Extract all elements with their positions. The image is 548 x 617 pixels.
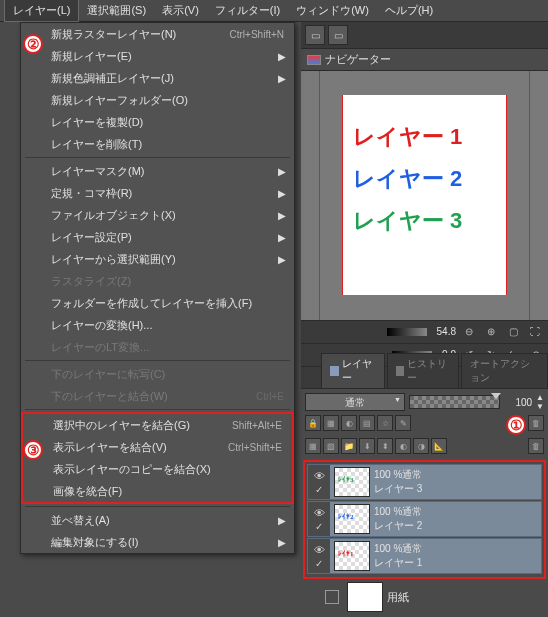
layer-row-1[interactable]: 👁✓ ﾚｲﾔ1 100 %通常レイヤー 1 (307, 538, 542, 574)
canvas-text-1: レイヤー 1 (353, 122, 496, 152)
menu-lt-convert: レイヤーのLT変換... (21, 336, 294, 358)
menu-merge-visible[interactable]: 表示レイヤーを結合(V)Ctrl+Shift+E (23, 436, 292, 458)
menu-selection-from-layer[interactable]: レイヤーから選択範囲(Y)▶ (21, 248, 294, 270)
layer-tab-icon (330, 366, 339, 376)
canvas-text-2: レイヤー 2 (353, 164, 496, 194)
menu-layer-mask[interactable]: レイヤーマスク(M)▶ (21, 160, 294, 182)
menu-file-object[interactable]: ファイルオブジェクト(X)▶ (21, 204, 294, 226)
layer-row-3[interactable]: 👁✓ ﾚｲﾔ3 100 %通常レイヤー 3 (307, 464, 542, 500)
menu-new-correction-layer[interactable]: 新規色調補正レイヤー(J)▶ (21, 67, 294, 89)
layer-dropdown: 新規ラスターレイヤー(N)Ctrl+Shift+N 新規レイヤー(E)▶ 新規色… (20, 22, 295, 554)
navigator-canvas[interactable]: レイヤー 1 レイヤー 2 レイヤー 3 (342, 95, 507, 295)
mask-apply-icon[interactable]: ◑ (413, 438, 429, 454)
layer-thumbnail[interactable]: ﾚｲﾔ3 (334, 467, 370, 497)
menu-arrange[interactable]: 並べ替え(A)▶ (21, 509, 294, 531)
submenu-arrow-icon: ▶ (278, 515, 286, 526)
trash-icon[interactable]: 🗑 (528, 415, 544, 431)
mask-icon[interactable]: ◐ (341, 415, 357, 431)
menu-layer-settings[interactable]: レイヤー設定(P)▶ (21, 226, 294, 248)
layer-thumbnail[interactable]: ﾚｲﾔ2 (334, 504, 370, 534)
blend-mode-select[interactable]: 通常 (305, 393, 405, 411)
tab-layer[interactable]: レイヤー (321, 353, 385, 388)
paper-thumbnail[interactable] (347, 582, 383, 612)
new-folder-icon[interactable]: 📁 (341, 438, 357, 454)
layer-list-highlight: 👁✓ ﾚｲﾔ3 100 %通常レイヤー 3 👁✓ ﾚｲﾔ2 100 %通常レイヤ… (303, 460, 546, 579)
annotation-2: ② (23, 34, 43, 54)
transfer-icon[interactable]: ⬇ (359, 438, 375, 454)
menu-convert-layer[interactable]: レイヤーの変換(H)... (21, 314, 294, 336)
ruler-icon[interactable]: 📐 (431, 438, 447, 454)
guide-line (319, 71, 320, 320)
zoom-value: 54.8 (437, 326, 456, 337)
zoom-in-icon[interactable]: ⊕ (482, 323, 500, 341)
reference-icon[interactable]: ☆ (377, 415, 393, 431)
menu-merge-selected[interactable]: 選択中のレイヤーを結合(G)Shift+Alt+E (23, 414, 292, 436)
history-tab-icon (396, 366, 405, 376)
tab-autoaction[interactable]: オートアクション (461, 353, 548, 388)
fit-all-icon[interactable]: ⛶ (526, 323, 544, 341)
layer-panel-tabs: レイヤー ヒストリー オートアクション (301, 366, 548, 388)
menu-set-edit-target[interactable]: 編集対象にする(I)▶ (21, 531, 294, 553)
clip-icon[interactable]: ▤ (359, 415, 375, 431)
layer-info: 100 %通常レイヤー 1 (374, 542, 541, 570)
menu-layer[interactable]: レイヤー(L) (4, 0, 79, 22)
check-icon[interactable]: ✓ (315, 484, 323, 495)
canvas-text-3: レイヤー 3 (353, 206, 496, 236)
menu-merge-down: 下のレイヤーと結合(W)Ctrl+E (21, 385, 294, 407)
fit-icon[interactable]: ▢ (504, 323, 522, 341)
menu-view[interactable]: 表示(V) (154, 0, 207, 21)
tab-history[interactable]: ヒストリー (387, 353, 459, 388)
eye-icon[interactable]: 👁 (314, 544, 325, 556)
menu-help[interactable]: ヘルプ(H) (377, 0, 441, 21)
menu-selection[interactable]: 選択範囲(S) (79, 0, 154, 21)
tool-button[interactable]: ▭ (305, 25, 325, 45)
menu-separator (25, 157, 290, 158)
lock-icon[interactable]: 🔒 (305, 415, 321, 431)
menu-filter[interactable]: フィルター(I) (207, 0, 288, 21)
delete-layer-icon[interactable]: 🗑 (528, 438, 544, 454)
menu-delete-layer[interactable]: レイヤーを削除(T) (21, 133, 294, 155)
navigator-tab[interactable]: ナビゲーター (301, 49, 548, 71)
guide-line (529, 71, 530, 320)
check-icon[interactable]: ✓ (315, 521, 323, 532)
layer-visibility[interactable]: 👁✓ (308, 465, 330, 499)
paper-layer-row[interactable]: 用紙 (303, 579, 546, 615)
merge-icon[interactable]: ⬍ (377, 438, 393, 454)
menu-separator (25, 360, 290, 361)
menu-flatten-image[interactable]: 画像を統合(F) (23, 480, 292, 502)
eye-icon[interactable]: 👁 (314, 470, 325, 482)
layer-row-2[interactable]: 👁✓ ﾚｲﾔ2 100 %通常レイヤー 2 (307, 501, 542, 537)
draft-icon[interactable]: ✎ (395, 415, 411, 431)
navigator-status: 54.8 ⊖ ⊕ ▢ ⛶ (301, 320, 548, 343)
opacity-stepper[interactable]: ▲▼ (536, 393, 544, 411)
menu-merge-visible-copy[interactable]: 表示レイヤーのコピーを結合(X) (23, 458, 292, 480)
tool-button[interactable]: ▭ (328, 25, 348, 45)
menu-create-folder-insert[interactable]: フォルダーを作成してレイヤーを挿入(F) (21, 292, 294, 314)
menu-rasterize: ラスタライズ(Z) (21, 270, 294, 292)
new-vector-icon[interactable]: ▧ (323, 438, 339, 454)
menu-window[interactable]: ウィンドウ(W) (288, 0, 377, 21)
layer-info: 100 %通常レイヤー 2 (374, 505, 541, 533)
zoom-slider[interactable] (387, 328, 427, 336)
layer-thumbnail[interactable]: ﾚｲﾔ1 (334, 541, 370, 571)
paper-label: 用紙 (387, 590, 409, 605)
layer-visibility[interactable]: 👁✓ (308, 539, 330, 573)
layer-visibility[interactable]: 👁✓ (308, 502, 330, 536)
check-icon[interactable]: ✓ (315, 558, 323, 569)
layer-info: 100 %通常レイヤー 3 (374, 468, 541, 496)
zoom-out-icon[interactable]: ⊖ (460, 323, 478, 341)
opacity-slider[interactable] (409, 395, 500, 409)
eye-icon[interactable]: 👁 (314, 507, 325, 519)
layer-icon[interactable]: ▦ (323, 415, 339, 431)
menu-new-layer[interactable]: 新規レイヤー(E)▶ (21, 45, 294, 67)
submenu-arrow-icon: ▶ (278, 51, 286, 62)
new-raster-icon[interactable]: ▦ (305, 438, 321, 454)
menu-duplicate-layer[interactable]: レイヤーを複製(D) (21, 111, 294, 133)
mask-create-icon[interactable]: ◐ (395, 438, 411, 454)
top-toolbar: ▭ ▭ (301, 22, 548, 49)
submenu-arrow-icon: ▶ (278, 537, 286, 548)
menu-new-layer-folder[interactable]: 新規レイヤーフォルダー(O) (21, 89, 294, 111)
menu-new-raster-layer[interactable]: 新規ラスターレイヤー(N)Ctrl+Shift+N (21, 23, 294, 45)
submenu-arrow-icon: ▶ (278, 232, 286, 243)
menu-ruler-frame[interactable]: 定規・コマ枠(R)▶ (21, 182, 294, 204)
